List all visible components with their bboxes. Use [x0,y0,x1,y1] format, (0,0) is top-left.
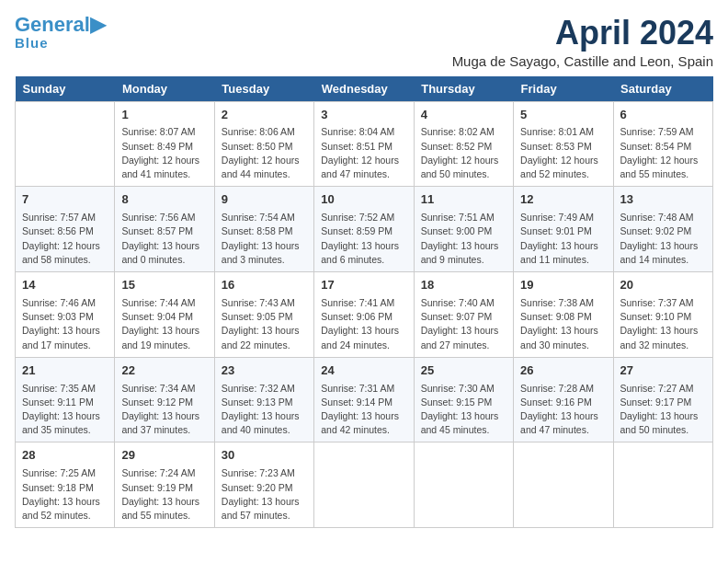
week-row-4: 21Sunrise: 7:35 AM Sunset: 9:11 PM Dayli… [16,357,713,442]
calendar-cell: 12Sunrise: 7:49 AM Sunset: 9:01 PM Dayli… [514,187,613,272]
day-number: 4 [421,107,506,124]
day-info: Sunrise: 7:23 AM Sunset: 9:20 PM Dayligh… [222,466,307,523]
day-info: Sunrise: 7:32 AM Sunset: 9:13 PM Dayligh… [222,382,307,438]
day-info: Sunrise: 8:07 AM Sunset: 8:49 PM Dayligh… [121,125,207,181]
day-info: Sunrise: 7:44 AM Sunset: 9:04 PM Dayligh… [121,296,207,352]
day-info: Sunrise: 7:43 AM Sunset: 9:05 PM Dayligh… [222,296,307,352]
day-info: Sunrise: 7:27 AM Sunset: 9:17 PM Dayligh… [620,382,706,438]
calendar-cell: 8Sunrise: 7:56 AM Sunset: 8:57 PM Daylig… [115,187,214,272]
day-info: Sunrise: 7:51 AM Sunset: 9:00 PM Dayligh… [421,211,506,267]
day-info: Sunrise: 8:04 AM Sunset: 8:51 PM Dayligh… [321,125,406,181]
logo-general-text: General [15,13,90,36]
calendar-cell: 30Sunrise: 7:23 AM Sunset: 9:20 PM Dayli… [214,442,313,528]
weekday-header-tuesday: Tuesday [214,76,313,102]
day-number: 11 [421,191,506,209]
day-number: 13 [620,191,706,209]
day-info: Sunrise: 8:01 AM Sunset: 8:53 PM Dayligh… [520,125,606,181]
month-title: April 2024 [452,15,713,52]
logo: General▶ Blue [15,15,106,51]
calendar-cell: 3Sunrise: 8:04 AM Sunset: 8:51 PM Daylig… [314,101,414,187]
calendar-cell: 23Sunrise: 7:32 AM Sunset: 9:13 PM Dayli… [214,357,313,442]
location-text: Muga de Sayago, Castille and Leon, Spain [452,53,713,69]
weekday-header-row: SundayMondayTuesdayWednesdayThursdayFrid… [16,76,713,102]
day-info: Sunrise: 7:34 AM Sunset: 9:12 PM Dayligh… [121,382,207,438]
weekday-header-wednesday: Wednesday [314,76,414,102]
weekday-header-saturday: Saturday [613,76,712,102]
day-number: 10 [321,191,406,209]
calendar-cell: 29Sunrise: 7:24 AM Sunset: 9:19 PM Dayli… [115,442,214,528]
day-info: Sunrise: 7:52 AM Sunset: 8:59 PM Dayligh… [321,211,406,267]
calendar-cell [16,101,115,187]
calendar-cell: 10Sunrise: 7:52 AM Sunset: 8:59 PM Dayli… [314,187,414,272]
day-info: Sunrise: 7:35 AM Sunset: 9:11 PM Dayligh… [22,382,108,438]
day-number: 3 [321,107,406,124]
calendar-cell: 5Sunrise: 8:01 AM Sunset: 8:53 PM Daylig… [514,101,613,187]
calendar-cell: 15Sunrise: 7:44 AM Sunset: 9:04 PM Dayli… [115,272,214,358]
calendar-cell: 9Sunrise: 7:54 AM Sunset: 8:58 PM Daylig… [214,187,313,272]
weekday-header-monday: Monday [115,76,214,102]
calendar-cell [314,442,414,528]
calendar-cell: 7Sunrise: 7:57 AM Sunset: 8:56 PM Daylig… [16,187,115,272]
day-number: 17 [321,277,406,294]
calendar-cell: 26Sunrise: 7:28 AM Sunset: 9:16 PM Dayli… [514,357,613,442]
logo-general: General▶ [15,15,106,35]
day-info: Sunrise: 7:37 AM Sunset: 9:10 PM Dayligh… [620,296,706,352]
calendar-cell [514,442,613,528]
calendar-cell: 17Sunrise: 7:41 AM Sunset: 9:06 PM Dayli… [314,272,414,358]
week-row-3: 14Sunrise: 7:46 AM Sunset: 9:03 PM Dayli… [16,272,713,358]
calendar-cell: 2Sunrise: 8:06 AM Sunset: 8:50 PM Daylig… [214,101,313,187]
day-number: 22 [121,362,207,380]
weekday-header-sunday: Sunday [16,76,115,102]
day-number: 18 [421,277,506,294]
day-info: Sunrise: 7:28 AM Sunset: 9:16 PM Dayligh… [520,382,606,438]
day-number: 2 [222,107,307,124]
day-info: Sunrise: 7:31 AM Sunset: 9:14 PM Dayligh… [321,382,406,438]
weekday-header-thursday: Thursday [414,76,513,102]
logo-arrow: ▶ [90,13,106,36]
day-info: Sunrise: 7:59 AM Sunset: 8:54 PM Dayligh… [620,125,706,181]
day-number: 15 [121,277,207,294]
day-number: 23 [222,362,307,380]
calendar-cell: 6Sunrise: 7:59 AM Sunset: 8:54 PM Daylig… [613,101,712,187]
day-number: 9 [222,191,307,209]
day-info: Sunrise: 7:56 AM Sunset: 8:57 PM Dayligh… [121,211,207,267]
day-number: 30 [222,447,307,465]
week-row-5: 28Sunrise: 7:25 AM Sunset: 9:18 PM Dayli… [16,442,713,528]
week-row-2: 7Sunrise: 7:57 AM Sunset: 8:56 PM Daylig… [16,187,713,272]
day-info: Sunrise: 7:41 AM Sunset: 9:06 PM Dayligh… [321,296,406,352]
logo-blue-text: Blue [15,35,49,51]
day-info: Sunrise: 7:46 AM Sunset: 9:03 PM Dayligh… [22,296,108,352]
day-number: 7 [22,191,108,209]
calendar-cell: 25Sunrise: 7:30 AM Sunset: 9:15 PM Dayli… [414,357,513,442]
week-row-1: 1Sunrise: 8:07 AM Sunset: 8:49 PM Daylig… [16,101,713,187]
day-info: Sunrise: 7:48 AM Sunset: 9:02 PM Dayligh… [620,211,706,267]
calendar-cell: 16Sunrise: 7:43 AM Sunset: 9:05 PM Dayli… [214,272,313,358]
calendar-cell: 13Sunrise: 7:48 AM Sunset: 9:02 PM Dayli… [613,187,712,272]
day-number: 1 [121,107,207,124]
day-number: 28 [22,447,108,465]
day-info: Sunrise: 7:57 AM Sunset: 8:56 PM Dayligh… [22,211,108,267]
day-number: 19 [520,277,606,294]
day-number: 16 [222,277,307,294]
calendar-cell: 22Sunrise: 7:34 AM Sunset: 9:12 PM Dayli… [115,357,214,442]
day-info: Sunrise: 7:40 AM Sunset: 9:07 PM Dayligh… [421,296,506,352]
day-info: Sunrise: 7:49 AM Sunset: 9:01 PM Dayligh… [520,211,606,267]
calendar-cell [414,442,513,528]
day-info: Sunrise: 8:02 AM Sunset: 8:52 PM Dayligh… [421,125,506,181]
day-number: 24 [321,362,406,380]
calendar-cell: 11Sunrise: 7:51 AM Sunset: 9:00 PM Dayli… [414,187,513,272]
page-header: General▶ Blue April 2024 Muga de Sayago,… [15,15,713,69]
calendar-cell [613,442,712,528]
day-number: 14 [22,277,108,294]
calendar-cell: 28Sunrise: 7:25 AM Sunset: 9:18 PM Dayli… [16,442,115,528]
day-info: Sunrise: 7:54 AM Sunset: 8:58 PM Dayligh… [222,211,307,267]
calendar-cell: 1Sunrise: 8:07 AM Sunset: 8:49 PM Daylig… [115,101,214,187]
calendar-cell: 18Sunrise: 7:40 AM Sunset: 9:07 PM Dayli… [414,272,513,358]
title-block: April 2024 Muga de Sayago, Castille and … [452,15,713,69]
calendar-cell: 14Sunrise: 7:46 AM Sunset: 9:03 PM Dayli… [16,272,115,358]
day-info: Sunrise: 7:24 AM Sunset: 9:19 PM Dayligh… [121,466,207,523]
calendar-cell: 19Sunrise: 7:38 AM Sunset: 9:08 PM Dayli… [514,272,613,358]
day-number: 5 [520,107,606,124]
day-number: 8 [121,191,207,209]
day-number: 21 [22,362,108,380]
